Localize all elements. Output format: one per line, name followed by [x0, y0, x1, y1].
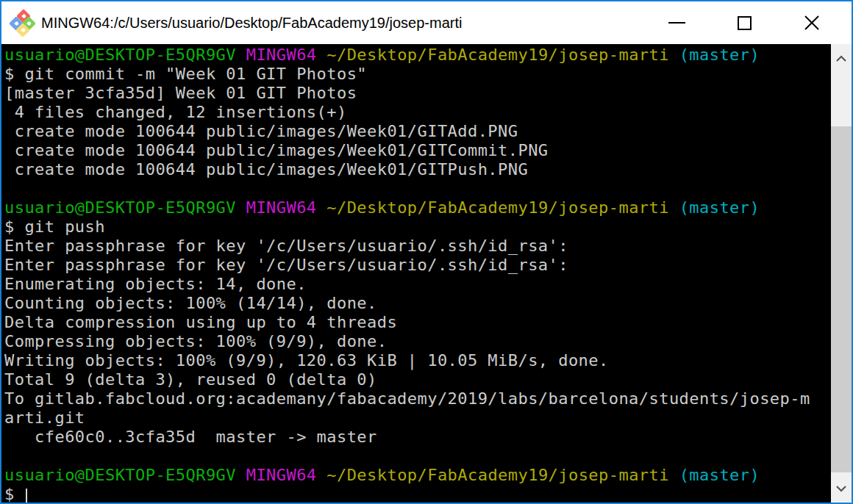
terminal-line: create mode 100644 public/images/Week01/…: [4, 160, 831, 179]
terminal-line: $: [4, 485, 831, 503]
terminal-output: usuario@DESKTOP-E5QR9GV MINGW64 ~/Deskto…: [1, 44, 831, 503]
terminal-text-segment: Enumerating objects: 14, done.: [4, 275, 307, 293]
terminal-text-segment: create mode 100644 public/images/Week01/…: [4, 122, 518, 140]
terminal-text-segment: create mode 100644 public/images/Week01/…: [4, 141, 549, 159]
terminal-line: Writing objects: 100% (9/9), 120.63 KiB …: [4, 351, 831, 370]
title-bar[interactable]: MINGW64:/c/Users/usuario/Desktop/FabAcad…: [1, 1, 852, 44]
terminal-text-segment: (master): [679, 198, 760, 217]
terminal-line: usuario@DESKTOP-E5QR9GV MINGW64 ~/Deskto…: [4, 466, 831, 485]
terminal-text-segment: [669, 46, 679, 64]
minimize-button[interactable]: [643, 1, 710, 44]
terminal-line: Delta compression using up to 4 threads: [4, 313, 831, 332]
terminal-text-segment: usuario@DESKTOP-E5QR9GV: [4, 466, 236, 484]
minimize-icon: [668, 22, 685, 24]
terminal-text-segment: Total 9 (delta 3), reused 0 (delta 0): [4, 370, 377, 389]
window-controls: [643, 1, 846, 44]
window-title: MINGW64:/c/Users/usuario/Desktop/FabAcad…: [41, 15, 643, 32]
terminal-text-segment: [master 3cfa35d] Week 01 GIT Photos: [4, 84, 357, 102]
terminal-line: $ git push: [4, 217, 831, 237]
terminal-line: Enumerating objects: 14, done.: [4, 275, 831, 294]
terminal-text-segment: (master): [679, 466, 760, 484]
terminal-line: cfe60c0..3cfa35d master -> master: [4, 428, 831, 447]
terminal-text-segment: (master): [679, 46, 760, 64]
terminal-text-segment: [236, 46, 246, 64]
scrollbar-thumb[interactable]: [831, 126, 852, 472]
terminal-text-segment: MINGW64: [246, 198, 317, 217]
terminal-text-segment: MINGW64: [246, 466, 317, 484]
terminal-line: [4, 179, 831, 198]
terminal-line: [4, 447, 831, 466]
terminal-text-segment: ~/Desktop/FabAcademy19/josep-marti: [326, 466, 669, 484]
terminal-text-segment: usuario@DESKTOP-E5QR9GV: [4, 46, 236, 64]
scroll-down-button[interactable]: [831, 475, 852, 503]
terminal-line: [master 3cfa35d] Week 01 GIT Photos: [4, 84, 831, 103]
chevron-up-icon: [835, 55, 847, 62]
terminal-text-segment: Enter passphrase for key '/c/Users/usuar…: [4, 237, 568, 255]
terminal-text-segment: create mode 100644 public/images/Week01/…: [4, 160, 528, 179]
terminal-text-segment: Enter passphrase for key '/c/Users/usuar…: [4, 256, 568, 274]
terminal-text-segment: Writing objects: 100% (9/9), 120.63 KiB …: [4, 351, 609, 370]
terminal-text-segment: 4 files changed, 12 insertions(+): [4, 103, 347, 121]
terminal-text-segment: cfe60c0..3cfa35d master -> master: [4, 428, 377, 446]
terminal-line: Total 9 (delta 3), reused 0 (delta 0): [4, 370, 831, 389]
terminal-line: To gitlab.fabcloud.org:academany/fabacad…: [4, 389, 831, 408]
terminal-line: usuario@DESKTOP-E5QR9GV MINGW64 ~/Deskto…: [4, 46, 831, 65]
terminal-line: Enter passphrase for key '/c/Users/usuar…: [4, 256, 831, 275]
terminal-text-segment: Delta compression using up to 4 threads: [4, 313, 397, 331]
terminal-line: Enter passphrase for key '/c/Users/usuar…: [4, 237, 831, 256]
terminal-text-segment: [236, 198, 246, 217]
terminal-text-segment: [236, 466, 246, 484]
terminal-text-segment: ~/Desktop/FabAcademy19/josep-marti: [326, 46, 669, 64]
terminal-text-segment: ~/Desktop/FabAcademy19/josep-marti: [326, 198, 669, 217]
terminal-line: usuario@DESKTOP-E5QR9GV MINGW64 ~/Deskto…: [4, 198, 831, 217]
terminal-text-segment: [317, 46, 327, 64]
terminal-text-segment: [317, 466, 327, 484]
terminal-line: Counting objects: 100% (14/14), done.: [4, 294, 831, 313]
terminal-pane[interactable]: usuario@DESKTOP-E5QR9GV MINGW64 ~/Deskto…: [1, 44, 852, 503]
terminal-text-segment: [669, 466, 679, 484]
terminal-text-segment: [317, 198, 327, 217]
terminal-text-segment: arti.git: [4, 408, 85, 427]
terminal-line: arti.git: [4, 408, 831, 428]
terminal-line: Compressing objects: 100% (9/9), done.: [4, 332, 831, 351]
terminal-line: create mode 100644 public/images/Week01/…: [4, 141, 831, 160]
terminal-line: create mode 100644 public/images/Week01/…: [4, 122, 831, 141]
terminal-text-segment: Compressing objects: 100% (9/9), done.: [4, 332, 387, 350]
terminal-text-segment: Counting objects: 100% (14/14), done.: [4, 294, 377, 312]
close-icon: [803, 14, 821, 32]
chevron-down-icon: [835, 486, 847, 492]
terminal-text-segment: $ git commit -m "Week 01 GIT Photos": [4, 65, 367, 83]
maximize-button[interactable]: [710, 1, 778, 44]
terminal-text-segment: usuario@DESKTOP-E5QR9GV: [4, 198, 236, 217]
terminal-text-segment: To gitlab.fabcloud.org:academany/fabacad…: [4, 389, 810, 408]
terminal-text-segment: $: [4, 485, 24, 503]
msys2-app-icon[interactable]: [10, 10, 35, 35]
terminal-window: MINGW64:/c/Users/usuario/Desktop/FabAcad…: [0, 0, 853, 504]
close-button[interactable]: [778, 1, 846, 44]
terminal-text-segment: $ git push: [4, 217, 105, 236]
scrollbar[interactable]: [831, 44, 852, 503]
maximize-icon: [738, 16, 752, 30]
scroll-up-button[interactable]: [831, 44, 852, 72]
terminal-line: 4 files changed, 12 insertions(+): [4, 103, 831, 122]
terminal-cursor: [26, 489, 27, 503]
terminal-line: $ git commit -m "Week 01 GIT Photos": [4, 65, 831, 84]
terminal-text-segment: MINGW64: [246, 46, 317, 64]
terminal-text-segment: [669, 198, 679, 217]
